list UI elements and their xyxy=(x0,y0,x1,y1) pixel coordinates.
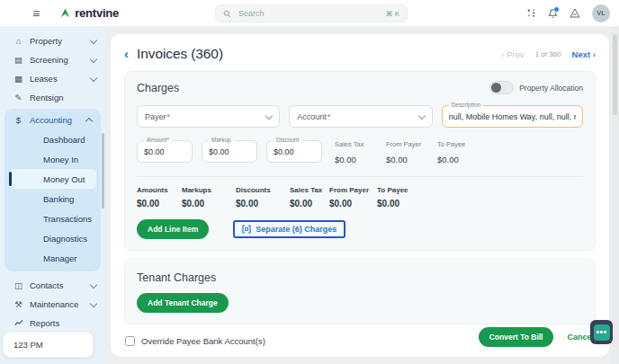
ai-sparkle-icon[interactable] xyxy=(526,8,536,18)
chevron-down-icon xyxy=(90,280,97,288)
add-line-item-button[interactable]: Add Line Item xyxy=(137,219,209,239)
lease-clipboard-icon: ▦ xyxy=(13,74,23,84)
invoice-detail-panel: ‹ Invoices (360) ‹ Prev 1 of 360 Next › … xyxy=(111,34,609,357)
sidebar-subitem-money-out[interactable]: Money Out xyxy=(9,169,96,189)
chevron-up-icon xyxy=(85,117,93,124)
wrench-icon: ⚒ xyxy=(13,299,23,309)
tenant-charges-title: Tenant Charges xyxy=(137,271,216,284)
alerts-triangle-icon[interactable] xyxy=(570,8,580,18)
sidebar-subitem-banking[interactable]: Banking xyxy=(9,189,96,209)
separate-charges-highlight-annotation: Separate (6) Charges xyxy=(233,220,345,238)
notifications-bell-icon[interactable] xyxy=(548,8,558,19)
house-icon: ⌂ xyxy=(13,36,23,46)
chevron-down-icon xyxy=(90,74,97,81)
chat-widget-button[interactable] xyxy=(590,320,613,344)
chevron-down-icon xyxy=(265,111,273,119)
back-button[interactable]: ‹ xyxy=(124,47,129,60)
override-payee-checkbox[interactable] xyxy=(125,336,135,346)
sidebar-item-contacts[interactable]: ◫ Contacts xyxy=(0,276,105,295)
markup-field[interactable]: Markup xyxy=(202,140,257,163)
toggle-switch-off[interactable] xyxy=(489,81,514,94)
sidebar-item-accounting[interactable]: $ Accounting xyxy=(4,111,101,129)
property-allocation-toggle[interactable]: Property Allocation xyxy=(489,81,583,94)
to-payee-readonly: To Payee $0.00 xyxy=(437,140,480,164)
account-select[interactable]: Account* xyxy=(289,105,432,128)
search-input[interactable] xyxy=(237,8,380,19)
rentvine-logo-icon xyxy=(59,7,71,19)
sidebar-item-screening[interactable]: ▤ Screening xyxy=(0,50,105,69)
sidebar-subitem-diagnostics[interactable]: Diagnostics xyxy=(9,228,96,248)
separate-icon xyxy=(242,225,251,234)
user-avatar[interactable]: VL xyxy=(592,4,610,22)
chevron-down-icon xyxy=(417,111,425,119)
search-shortcut: ⌘ K xyxy=(385,10,399,18)
add-tenant-charge-button[interactable]: Add Tenant Charge xyxy=(137,293,229,313)
charges-section: Charges Property Allocation Payer* Accou… xyxy=(124,71,596,251)
description-input[interactable] xyxy=(449,112,576,121)
rentvine-logo[interactable]: rentvine xyxy=(59,6,119,20)
top-bar: ≡ rentvine ⌘ K xyxy=(0,0,619,27)
search-icon xyxy=(223,10,231,18)
sidebar-subitem-transactions[interactable]: Transactions xyxy=(9,209,96,228)
sidebar-item-property[interactable]: ⌂ Property xyxy=(0,31,105,50)
next-record-button[interactable]: Next › xyxy=(572,49,596,59)
convert-to-bill-button[interactable]: Convert To Bill xyxy=(479,327,554,347)
sidebar-item-reports[interactable]: Reports xyxy=(0,314,105,333)
page-title: Invoices (360) xyxy=(137,46,223,62)
screening-file-icon: ▤ xyxy=(13,55,23,65)
sidebar-bottom-box[interactable]: 123 PM xyxy=(3,332,94,358)
sales-tax-readonly: Sales Tax $0.00 xyxy=(335,140,377,164)
sidebar-item-leases[interactable]: ▦ Leases xyxy=(0,69,105,88)
sidebar-subitem-manager[interactable]: Manager xyxy=(9,248,96,268)
separate-charges-button[interactable]: Separate (6) Charges xyxy=(242,225,336,234)
sidebar-scrollbar[interactable] xyxy=(102,133,104,209)
discount-field[interactable]: Discount xyxy=(266,140,322,163)
markup-input[interactable] xyxy=(209,147,250,156)
dollar-icon: $ xyxy=(13,115,23,125)
prev-record-button[interactable]: ‹ Prev xyxy=(501,49,524,59)
description-field[interactable]: Description xyxy=(442,105,583,128)
record-pagination: ‹ Prev 1 of 360 Next › xyxy=(501,49,596,59)
chat-bubble-icon xyxy=(594,324,610,341)
sidebar-subitem-money-in[interactable]: Money In xyxy=(9,149,96,169)
brand-name: rentvine xyxy=(75,6,119,20)
chart-icon xyxy=(13,318,23,328)
sidebar-item-maintenance[interactable]: ⚒ Maintenance xyxy=(0,295,105,314)
payer-select[interactable]: Payer* xyxy=(137,105,280,128)
signature-pen-icon: ✎ xyxy=(13,93,23,102)
notification-dot xyxy=(553,6,560,13)
amount-input[interactable] xyxy=(144,147,185,156)
page-scrollbar-thumb[interactable] xyxy=(613,34,617,115)
contacts-book-icon: ◫ xyxy=(13,280,23,290)
chevron-down-icon xyxy=(90,55,97,62)
sidebar-item-rentsign[interactable]: ✎ Rentsign xyxy=(0,88,105,107)
tenant-charges-section: Tenant Charges Add Tenant Charge xyxy=(124,259,596,324)
chevron-down-icon xyxy=(90,299,97,306)
charges-title: Charges xyxy=(137,82,179,94)
chevron-down-icon xyxy=(90,36,97,43)
charges-totals: Amounts $0.00 Markups $0.00 Discounts $0… xyxy=(137,176,583,209)
override-payee-label: Override Payee Bank Account(s) xyxy=(141,336,265,346)
global-search[interactable]: ⌘ K xyxy=(215,4,408,22)
sidebar-nav: ⌂ Property ▤ Screening ▦ Leases ✎ Rentsi… xyxy=(0,27,105,364)
page-scrollbar[interactable] xyxy=(611,27,619,364)
sidebar-subitem-dashboard[interactable]: Dashboard xyxy=(9,129,96,149)
amount-field[interactable]: Amount* xyxy=(137,140,193,163)
accounting-expanded-group: $ Accounting Dashboard Money In Money Ou… xyxy=(4,109,101,271)
from-payer-readonly: From Payer $0.00 xyxy=(386,140,428,164)
record-counter: 1 of 360 xyxy=(535,50,561,58)
hamburger-menu-icon[interactable]: ≡ xyxy=(32,7,40,20)
discount-input[interactable] xyxy=(274,147,315,156)
